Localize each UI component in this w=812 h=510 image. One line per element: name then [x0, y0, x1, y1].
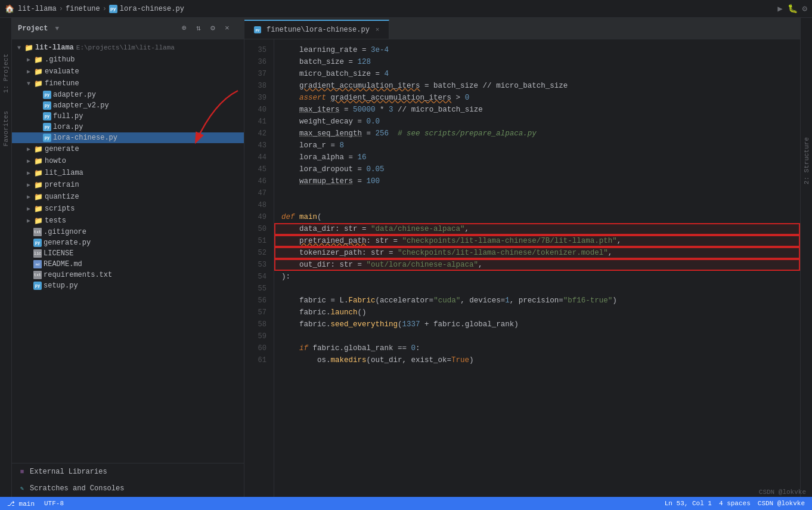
token: , [608, 247, 613, 259]
tree-quantize[interactable]: ▶ 📁 quantize [12, 191, 244, 203]
close-panel-icon[interactable]: × [222, 23, 232, 33]
root-path: E:\projects\llm\lit-llama [76, 44, 175, 51]
token: 128 [353, 56, 371, 68]
tree-generate-py[interactable]: py generate.py [12, 237, 244, 248]
quantize-label: quantize [45, 193, 79, 201]
panel-dropdown-icon[interactable]: ▼ [55, 25, 59, 32]
tab-close[interactable]: × [376, 26, 380, 33]
token: fabric [433, 319, 460, 330]
tree-generate[interactable]: ▶ 📁 generate [12, 143, 244, 155]
evaluate-label: evaluate [45, 67, 79, 76]
code-content[interactable]: learning_rate = 3e-4 batch_size = 128 mi… [274, 39, 800, 497]
token: launch [331, 307, 358, 319]
tree-license[interactable]: lic LICENSE [12, 248, 244, 259]
adapter-arrow [33, 92, 43, 98]
token: = [331, 140, 336, 152]
breadcrumb-file[interactable]: lora-chinese.py [120, 5, 184, 13]
gear-icon[interactable]: ⚙ [802, 4, 807, 14]
license-label: LICENSE [44, 249, 73, 258]
tree-adapter-v2[interactable]: py adapter_v2.py [12, 100, 244, 111]
token [281, 128, 299, 140]
tab-lora-chinese[interactable]: py finetune\lora-chinese.py × [244, 20, 389, 39]
generate-folder-icon: 📁 [33, 144, 43, 154]
token: Fabric [349, 295, 376, 307]
token [451, 92, 456, 104]
tree-tests[interactable]: ▶ 📁 tests [12, 215, 244, 227]
ln-43: 43 [244, 140, 274, 152]
status-right: Ln 53, Col 1 4 spaces CSDN @lokvke [665, 500, 805, 507]
token: : [367, 235, 371, 247]
tree-lora-chinese[interactable]: py lora-chinese.py [12, 132, 244, 143]
token: ( [317, 211, 322, 223]
code-line-41: weight_decay = 0.0 [274, 116, 800, 128]
token: : [416, 342, 420, 354]
ln-35: 35 [244, 44, 274, 56]
code-line-36: batch_size = 128 [274, 56, 800, 68]
token: learning_rate [281, 44, 362, 56]
tree-setup[interactable]: py setup.py [12, 280, 244, 291]
token: ( [367, 354, 371, 366]
ext-lib-label: External Libraries [30, 468, 107, 476]
token: batch_size [281, 56, 349, 68]
pretrain-arrow: ▶ [24, 181, 33, 188]
scratch-icon: ✎ [18, 484, 26, 493]
ln-60: 60 [244, 342, 274, 354]
tree-adapter[interactable]: py adapter.py [12, 89, 244, 100]
lora-chinese-arrow [33, 135, 43, 141]
readme-label: README.md [44, 260, 82, 268]
lit-llama-arrow: ▶ [24, 169, 33, 177]
settings-icon[interactable]: ⚙ [208, 23, 218, 33]
token: : [362, 247, 367, 259]
ln-56: 56 [244, 295, 274, 307]
tree-lit-llama[interactable]: ▶ 📁 lit_llama [12, 167, 244, 179]
tree-scripts[interactable]: ▶ 📁 scripts [12, 203, 244, 215]
tree-github[interactable]: ▶ 📁 .github [12, 54, 244, 66]
collapse-icon[interactable]: ⇅ [194, 23, 203, 33]
favorites-label[interactable]: Favorites [2, 111, 10, 146]
token: accelerator [380, 295, 429, 307]
token: . [460, 319, 465, 330]
tree-requirements[interactable]: txt requirements.txt [12, 270, 244, 280]
tree-evaluate[interactable]: ▶ 📁 evaluate [12, 66, 244, 78]
token: // [393, 104, 407, 116]
tree-readme[interactable]: md README.md [12, 259, 244, 270]
generate-label: generate [45, 145, 79, 153]
lora-chinese-label: lora-chinese.py [53, 134, 117, 142]
code-line-49: def main( [274, 211, 800, 223]
run-icon[interactable]: ▶ [777, 4, 782, 14]
tree-pretrain[interactable]: ▶ 📁 pretrain [12, 179, 244, 191]
token: = [362, 44, 367, 56]
token: 3 [389, 104, 393, 116]
breadcrumb-root[interactable]: lit-llama [18, 5, 57, 13]
structure-label[interactable]: 2: Structure [803, 137, 810, 184]
ln-51: 51 [244, 235, 274, 247]
tree-finetune[interactable]: ▼ 📁 finetune [12, 78, 244, 89]
side-label-left: 1: Project Favorites [0, 18, 12, 497]
lora-label: lora.py [53, 123, 83, 131]
code-line-35: learning_rate = 3e-4 [274, 44, 800, 56]
token: = [389, 235, 402, 247]
token: ): [281, 271, 290, 283]
token: 4 [380, 68, 389, 80]
token: fabric [281, 307, 326, 319]
token: global_rank [465, 319, 515, 330]
code-line-57: fabric.launch() [274, 307, 800, 319]
tree-gitignore[interactable]: txt .gitignore [12, 227, 244, 237]
token: = [367, 128, 371, 140]
scratches-item[interactable]: ✎ Scratches and Consoles [12, 480, 244, 497]
tree-root[interactable]: ▼ 📁 lit-llama E:\projects\llm\lit-llama [12, 42, 244, 54]
tests-label: tests [45, 217, 66, 225]
generate-arrow: ▶ [24, 146, 33, 153]
project-panel-label[interactable]: 1: Project [2, 54, 10, 93]
external-libraries-item[interactable]: ≡ External Libraries [12, 463, 244, 480]
status-spaces: 4 spaces [719, 500, 751, 507]
code-line-37: micro_batch_size = 4 [274, 68, 800, 80]
lit-llama-label: lit_llama [45, 169, 83, 177]
breadcrumb-finetune[interactable]: finetune [66, 5, 100, 13]
tree-lora[interactable]: py lora.py [12, 122, 244, 132]
tree-howto[interactable]: ▶ 📁 howto [12, 155, 244, 167]
debug-icon[interactable]: 🐛 [788, 4, 798, 14]
add-icon[interactable]: ⊕ [179, 23, 189, 33]
tree-full[interactable]: py full.py [12, 111, 244, 122]
token: = [385, 247, 398, 259]
